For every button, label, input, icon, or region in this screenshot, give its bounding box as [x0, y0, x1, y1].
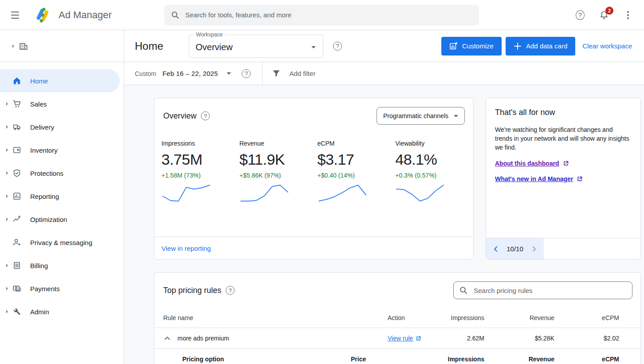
topbar-actions: ? 2 — [570, 5, 638, 25]
global-search-input[interactable] — [185, 11, 472, 19]
rule-ecpm: $2.02 — [554, 335, 619, 342]
insight-pagination: 10/10 — [486, 238, 640, 259]
kebab-icon — [627, 11, 629, 19]
expand-icon — [6, 194, 8, 198]
about-dashboard-label: About this dashboard — [495, 160, 559, 167]
pricing-table-header: Rule name Action Impressions Revenue eCP… — [154, 308, 640, 328]
metric-value: $11.9K — [240, 151, 318, 168]
add-data-card-button[interactable]: Add data card — [506, 37, 575, 55]
main-menu-button[interactable] — [5, 5, 25, 25]
customize-label: Customize — [462, 42, 494, 50]
main-area: Home Workspace Overview ? — [124, 30, 644, 364]
pricing-search-input[interactable] — [473, 286, 626, 295]
sidebar-item-home[interactable]: Home — [0, 69, 120, 92]
about-dashboard-link[interactable]: About this dashboard — [495, 160, 569, 167]
column-ecpm: eCPM — [554, 356, 619, 363]
page-title: Home — [135, 40, 163, 52]
prev-insight-button[interactable] — [491, 244, 501, 254]
metric-delta: +$5.86K (97%) — [240, 172, 318, 179]
expand-icon — [6, 218, 8, 221]
chevron-down-icon — [311, 46, 316, 48]
metric-revenue: Revenue $11.9K +$5.86K (97%) — [240, 140, 318, 202]
external-link-icon — [577, 176, 583, 182]
view-in-reporting-link[interactable]: View in reporting — [161, 245, 211, 252]
overview-help-icon[interactable]: ? — [201, 111, 210, 120]
sidebar-item-label: Optimization — [30, 216, 67, 223]
workspace-select-value: Overview — [196, 42, 232, 52]
date-range-value: Feb 16 – 22, 2025 — [162, 70, 218, 77]
customize-button[interactable]: Customize — [441, 37, 502, 55]
sidebar-item-label: Privacy & messaging — [30, 239, 92, 246]
notifications-button[interactable]: 2 — [594, 5, 614, 25]
metrics-row: Impressions 3.75M +1.58M (73%) Revenue $… — [154, 125, 473, 202]
column-revenue: Revenue — [484, 356, 554, 363]
more-options-button[interactable] — [618, 5, 638, 25]
workspace-select-label: Workspace — [194, 32, 225, 38]
metric-delta: +$0.40 (14%) — [318, 172, 396, 179]
money-bill-icon — [12, 284, 21, 293]
rule-impressions: 2.62M — [422, 335, 484, 342]
rule-revenue: $5.28K — [484, 335, 554, 342]
expand-icon — [6, 310, 8, 313]
sidebar-item-inventory[interactable]: Inventory — [0, 138, 124, 162]
pricing-help-icon[interactable]: ? — [226, 286, 235, 295]
expand-icon — [12, 44, 14, 48]
hamburger-icon — [11, 12, 19, 19]
inventory-frame-icon — [12, 146, 21, 154]
external-link-icon — [416, 336, 421, 341]
metric-value: 3.75M — [161, 151, 240, 168]
sidebar-item-protections[interactable]: Protections — [0, 162, 124, 185]
sidebar-item-admin[interactable]: Admin — [0, 300, 124, 323]
expand-icon — [6, 264, 8, 267]
sidebar-item-privacy-messaging[interactable]: Privacy & messaging — [0, 231, 124, 254]
metric-viewability: Viewability 48.1% +0.3% (0.57%) — [395, 140, 473, 202]
clear-workspace-button[interactable]: Clear workspace — [580, 42, 635, 50]
next-insight-button[interactable] — [529, 244, 539, 254]
add-data-card-label: Add data card — [526, 42, 567, 50]
whats-new-link[interactable]: What's new in Ad Manager — [495, 175, 583, 182]
view-rule-link[interactable]: View rule — [388, 335, 421, 342]
metric-label: eCPM — [318, 140, 396, 147]
sidebar-item-billing[interactable]: Billing — [0, 254, 124, 277]
chevron-right-icon — [530, 245, 538, 253]
pricing-subtable-header: Pricing option Price Impressions Revenue… — [154, 349, 640, 364]
collapse-row-button[interactable] — [163, 334, 171, 342]
channel-selector[interactable]: Programmatic channels — [377, 107, 465, 125]
date-range-control[interactable]: Custom Feb 16 – 22, 2025 — [124, 70, 231, 77]
workspace-help-icon[interactable]: ? — [333, 42, 342, 51]
column-rule-name: Rule name — [163, 314, 388, 321]
header-actions: Customize Add data card Clear workspace — [437, 37, 641, 55]
cart-icon — [12, 99, 21, 108]
sidebar-item-label: Inventory — [30, 146, 58, 154]
notification-badge: 2 — [605, 7, 613, 15]
ad-manager-logo[interactable]: Ad Manager — [33, 5, 112, 25]
expand-icon — [6, 125, 8, 129]
sidebar-item-delivery[interactable]: Delivery — [0, 115, 124, 138]
ad-manager-app: Ad Manager ? 2 — [0, 0, 644, 364]
pricing-card-title: Top pricing rules — [163, 286, 221, 295]
external-link-icon — [563, 160, 569, 166]
date-range-help-icon[interactable]: ? — [242, 69, 251, 78]
sidebar-nav: Home Sales — [0, 62, 124, 323]
help-button[interactable]: ? — [570, 5, 590, 25]
expand-icon — [6, 148, 8, 152]
metric-delta: +1.58M (73%) — [161, 172, 240, 179]
add-filter-button[interactable]: Add filter — [272, 70, 315, 77]
network-switcher[interactable] — [0, 30, 124, 62]
truck-icon — [12, 123, 21, 131]
metric-value: $3.17 — [318, 151, 396, 168]
chevron-left-icon — [492, 245, 499, 253]
insight-card: That's all for now We're watching for si… — [486, 98, 641, 260]
sidebar-item-payments[interactable]: Payments — [0, 277, 124, 300]
pricing-search — [453, 281, 632, 299]
sidebar-item-label: Reporting — [30, 193, 59, 200]
trend-line-icon — [12, 215, 21, 224]
sidebar-item-reporting[interactable]: Reporting — [0, 185, 124, 208]
workspace-select[interactable]: Workspace Overview — [189, 35, 323, 58]
workspace-content: Overview ? Programmatic channels Impress… — [124, 85, 644, 364]
sidebar-item-optimization[interactable]: Optimization — [0, 208, 124, 231]
sidebar-item-sales[interactable]: Sales — [0, 92, 124, 115]
metric-label: Revenue — [240, 140, 318, 147]
bar-chart-icon — [12, 192, 21, 201]
app-name: Ad Manager — [59, 9, 112, 21]
